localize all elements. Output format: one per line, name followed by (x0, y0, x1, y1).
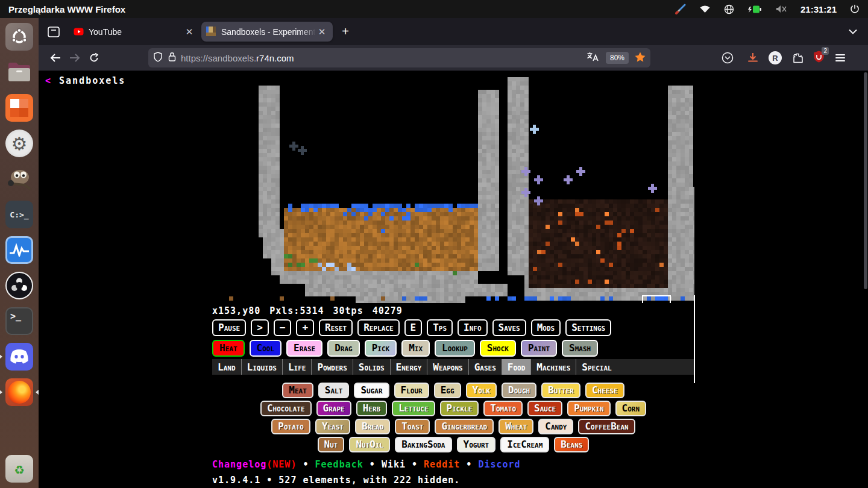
element-button-corn[interactable]: Corn (615, 401, 647, 416)
list-all-tabs-icon[interactable] (844, 23, 862, 41)
tab-youtube[interactable]: YouTube✕ (69, 22, 200, 42)
control-button-mods[interactable]: Mods (531, 319, 561, 336)
footer-link-new[interactable]: (NEW) (266, 459, 297, 470)
wifi-icon[interactable] (699, 4, 711, 14)
battery-charging-icon[interactable] (747, 5, 762, 14)
footer-link-wiki[interactable]: Wiki (382, 459, 406, 470)
control-button-[interactable]: − (274, 319, 292, 336)
dock-item-prompt[interactable]: C:>_ (5, 200, 34, 229)
dock-item-terminal[interactable]: >_ (5, 307, 34, 336)
dock-item-gimp[interactable] (5, 164, 34, 193)
dock-item-monitor[interactable] (5, 236, 34, 264)
lock-icon[interactable] (168, 52, 176, 64)
color-picker-icon[interactable] (675, 4, 686, 14)
element-button-chocolate[interactable]: Chocolate (260, 401, 312, 416)
element-button-pickle[interactable]: Pickle (440, 401, 479, 416)
control-button-settings[interactable]: Settings (565, 319, 611, 336)
dock-item-settings[interactable]: ⚙ (5, 129, 34, 158)
element-button-bakingsoda[interactable]: BakingSoda (395, 437, 451, 452)
dock-item-discord[interactable] (5, 342, 34, 371)
element-button-yogurt[interactable]: Yogurt (457, 437, 496, 452)
element-button-nutoil[interactable]: NutOil (349, 437, 390, 452)
element-button-candy[interactable]: Candy (538, 419, 573, 434)
tab-sandboxels-experiment[interactable]: Sandboxels - Experiment✕ (201, 22, 333, 42)
sandboxels-back-link[interactable]: <Sandboxels (45, 75, 125, 86)
element-button-yolk[interactable]: Yolk (466, 383, 497, 398)
tool-button-erase[interactable]: Erase (286, 340, 322, 357)
element-button-sauce[interactable]: Sauce (527, 401, 562, 416)
element-button-tomato[interactable]: Tomato (483, 401, 523, 416)
footer-link-changelog[interactable]: Changelog (212, 459, 266, 470)
control-button-pause[interactable]: Pause (212, 319, 246, 336)
element-button-toast[interactable]: Toast (395, 419, 430, 434)
tool-button-heat[interactable]: Heat (212, 340, 245, 357)
dock-item-firefox[interactable] (5, 378, 34, 407)
dock-item-software[interactable] (5, 93, 34, 122)
tool-button-paint[interactable]: Paint (521, 340, 557, 357)
element-button-sugar[interactable]: Sugar (354, 383, 389, 398)
element-button-bread[interactable]: Bread (355, 419, 390, 434)
category-tab-life[interactable]: Life (282, 359, 312, 375)
back-icon[interactable] (46, 48, 65, 67)
dock-item-ubuntu-software-grid[interactable] (5, 22, 34, 51)
extensions-puzzle-icon[interactable] (788, 48, 807, 67)
volume-muted-icon[interactable] (775, 4, 787, 14)
translate-icon[interactable] (587, 52, 599, 64)
dock-item-obs[interactable] (5, 271, 34, 300)
tool-button-lookup[interactable]: Lookup (435, 340, 475, 357)
footer-link-discord[interactable]: Discord (478, 459, 520, 470)
reload-icon[interactable] (84, 48, 104, 67)
tracking-shield-icon[interactable] (153, 52, 163, 64)
category-tab-liquids[interactable]: Liquids (241, 359, 282, 375)
element-button-meat[interactable]: Meat (282, 383, 313, 398)
control-button-[interactable]: + (296, 319, 314, 336)
element-button-cheese[interactable]: Cheese (585, 383, 624, 398)
category-tab-energy[interactable]: Energy (390, 359, 427, 375)
element-button-egg[interactable]: Egg (434, 383, 461, 398)
element-button-salt[interactable]: Salt (318, 383, 350, 398)
hamburger-menu-icon[interactable] (831, 48, 850, 67)
element-button-yeast[interactable]: Yeast (315, 419, 350, 434)
firefox-view-icon[interactable] (45, 23, 63, 41)
control-button-e[interactable]: E (404, 319, 423, 336)
category-tab-powders[interactable]: Powders (311, 359, 352, 375)
category-tab-gases[interactable]: Gases (468, 359, 502, 375)
element-button-grape[interactable]: Grape (316, 401, 351, 416)
scrollbar-thumb[interactable] (864, 72, 867, 289)
footer-link-reddit[interactable]: Reddit (424, 459, 460, 470)
element-button-pumpkin[interactable]: Pumpkin (567, 401, 610, 416)
control-button-tps[interactable]: Tps (427, 319, 453, 336)
dock-item-trash[interactable]: ♻ (5, 454, 34, 483)
ublock-icon[interactable]: 2 (813, 51, 825, 65)
tool-button-smash[interactable]: Smash (562, 340, 598, 357)
network-globe-icon[interactable] (724, 4, 734, 14)
profile-avatar[interactable]: R (769, 51, 782, 64)
element-button-dough[interactable]: Dough (502, 383, 536, 398)
element-button-gingerbread[interactable]: Gingerbread (435, 419, 494, 434)
element-button-coffeebean[interactable]: CoffeeBean (578, 419, 635, 434)
category-tab-solids[interactable]: Solids (353, 359, 390, 375)
power-icon[interactable] (850, 4, 860, 14)
forward-icon[interactable] (65, 48, 84, 67)
url-bar[interactable]: https://sandboxels.r74n.com 80% (148, 48, 650, 67)
category-tab-weapons[interactable]: Weapons (427, 359, 468, 375)
downloads-icon[interactable] (743, 48, 763, 67)
tab-close-icon[interactable]: ✕ (183, 26, 195, 38)
tool-button-mix[interactable]: Mix (401, 340, 430, 357)
new-tab-button[interactable]: + (336, 23, 354, 41)
system-clock[interactable]: 21:31:21 (800, 4, 837, 14)
tool-button-shock[interactable]: Shock (480, 340, 516, 357)
element-button-icecream[interactable]: IceCream (500, 437, 549, 452)
dock-item-files[interactable] (5, 58, 34, 87)
element-button-potato[interactable]: Potato (271, 419, 310, 434)
category-tab-machines[interactable]: Machines (530, 359, 576, 375)
tool-button-drag[interactable]: Drag (327, 340, 360, 357)
tab-close-icon[interactable]: ✕ (316, 26, 328, 38)
element-button-butter[interactable]: Butter (541, 383, 580, 398)
pocket-icon[interactable] (718, 48, 737, 67)
element-button-wheat[interactable]: Wheat (498, 419, 533, 434)
footer-link-feedback[interactable]: Feedback (315, 459, 363, 470)
element-button-flour[interactable]: Flour (394, 383, 429, 398)
control-button-[interactable]: > (251, 319, 269, 336)
element-button-nut[interactable]: Nut (318, 437, 345, 452)
